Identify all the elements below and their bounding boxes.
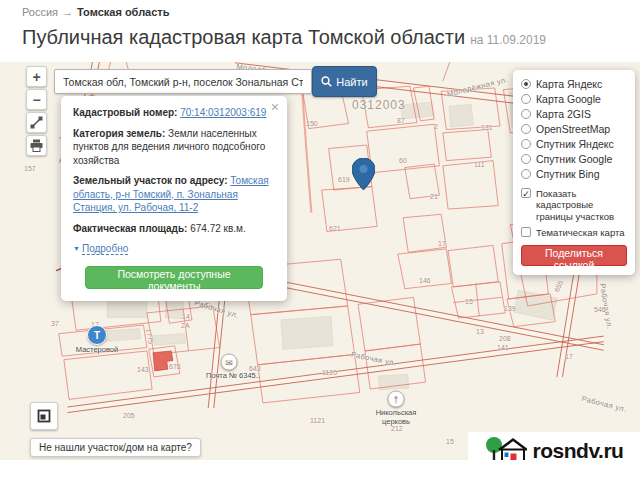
not-found-tooltip[interactable]: Не нашли участок/дом на карте?	[30, 438, 201, 457]
page-title: Публичная кадастровая карта Томской обла…	[22, 26, 546, 49]
measure-ruler-button[interactable]	[26, 112, 47, 133]
layer-option-label: OpenStreetMap	[536, 123, 610, 135]
post-office-poi-icon[interactable]: ✉	[221, 354, 238, 371]
breadcrumb: Россия→Томская область	[22, 6, 170, 18]
land-category-row: Категория земель: Земли населенных пункт…	[73, 127, 275, 168]
layer-checkbox-label: Тематическая карта	[536, 227, 624, 238]
map-canvas[interactable]: 0312003 Молодёжная ул.Молодёжная ул.Рабо…	[0, 62, 640, 460]
address-row: Земельный участок по адресу: Томская обл…	[73, 174, 275, 215]
page-title-date: на 11.09.2019	[470, 33, 546, 47]
house-tree-logo-icon	[485, 436, 527, 460]
radio-icon[interactable]	[521, 154, 531, 164]
layer-option-label: Карта 2GIS	[536, 108, 591, 120]
find-button-label: Найти	[336, 76, 367, 88]
close-icon[interactable]: ×	[271, 100, 279, 114]
watermark-logo: rosndv.ru	[468, 432, 640, 460]
church-poi-icon[interactable]: †	[388, 391, 405, 408]
extent-icon	[37, 409, 51, 423]
radio-icon[interactable]	[521, 124, 531, 134]
map-layers-panel: Карта ЯндексКарта GoogleКарта 2GISOpenSt…	[513, 70, 635, 275]
layer-checkboxes: ✓Показать кадастровые границы участковТе…	[521, 188, 627, 239]
printer-icon	[30, 139, 43, 152]
highlighted-building[interactable]	[153, 351, 173, 371]
search-icon	[321, 76, 332, 87]
checkbox-icon[interactable]	[521, 227, 531, 237]
map-extent-button[interactable]	[30, 402, 58, 430]
radio-icon[interactable]	[521, 79, 531, 89]
page-title-text: Публичная кадастровая карта Томской обла…	[22, 26, 465, 48]
layer-option[interactable]: Спутник Google	[521, 153, 627, 165]
masterovoy-poi-icon[interactable]: Т	[87, 325, 107, 345]
view-documents-button[interactable]: Посмотреть доступные документы	[85, 266, 263, 289]
print-button[interactable]	[26, 135, 47, 156]
location-pin-icon[interactable]	[352, 158, 375, 190]
layer-option[interactable]: Карта Яндекс	[521, 78, 627, 90]
quarter-number-label: 0312003	[352, 98, 406, 112]
layer-checkbox[interactable]: ✓Показать кадастровые границы участков	[521, 188, 627, 222]
ruler-icon	[30, 116, 43, 129]
cadastral-number-label: Кадастровый номер:	[73, 107, 177, 118]
cadastral-number-row: Кадастровый номер: 70:14:0312003:619	[73, 106, 275, 120]
layer-option[interactable]: Спутник Яндекс	[521, 138, 627, 150]
layer-option-label: Спутник Google	[536, 153, 612, 165]
search-input[interactable]	[54, 69, 312, 94]
breadcrumb-arrow: →	[62, 6, 73, 18]
parcel-info-popup: × Кадастровый номер: 70:14:0312003:619 К…	[61, 96, 287, 301]
layer-option[interactable]: Карта 2GIS	[521, 108, 627, 120]
find-button[interactable]: Найти	[312, 66, 377, 97]
address-label: Земельный участок по адресу:	[73, 175, 228, 186]
layer-checkbox-label: Показать кадастровые границы участков	[536, 188, 627, 222]
watermark-text: rosndv.ru	[533, 439, 624, 460]
layer-option-label: Карта Google	[536, 93, 601, 105]
zoom-out-button[interactable]: −	[26, 89, 47, 110]
breadcrumb-link-region[interactable]: Томская область	[77, 6, 169, 18]
layer-option[interactable]: OpenStreetMap	[521, 123, 627, 135]
zoom-in-button[interactable]: +	[26, 66, 47, 87]
layer-option[interactable]: Спутник Bing	[521, 168, 627, 180]
radio-icon[interactable]	[521, 139, 531, 149]
layer-option-label: Спутник Яндекс	[536, 138, 614, 150]
radio-icon[interactable]	[521, 109, 531, 119]
land-category-label: Категория земель:	[73, 128, 165, 139]
radio-icon[interactable]	[521, 94, 531, 104]
area-label: Фактическая площадь:	[73, 223, 187, 234]
cadastral-number-link[interactable]: 70:14:0312003:619	[180, 107, 266, 118]
layer-option-label: Спутник Bing	[536, 168, 600, 180]
radio-icon[interactable]	[521, 169, 531, 179]
details-row: ▼Подробно	[73, 242, 275, 256]
layer-options: Карта ЯндексКарта GoogleКарта 2GISOpenSt…	[521, 78, 627, 180]
layer-option-label: Карта Яндекс	[536, 78, 602, 90]
share-link-button[interactable]: Поделиться ссылкой	[521, 245, 627, 266]
area-row: Фактическая площадь: 674.72 кв.м.	[73, 222, 275, 236]
breadcrumb-link-russia[interactable]: Россия	[22, 6, 58, 18]
layer-checkbox[interactable]: Тематическая карта	[521, 227, 627, 238]
area-value: 674.72 кв.м.	[190, 223, 245, 234]
checkbox-icon[interactable]: ✓	[521, 188, 531, 198]
details-toggle-link[interactable]: Подробно	[82, 243, 128, 255]
chevron-down-icon: ▼	[73, 245, 80, 252]
layer-option[interactable]: Карта Google	[521, 93, 627, 105]
